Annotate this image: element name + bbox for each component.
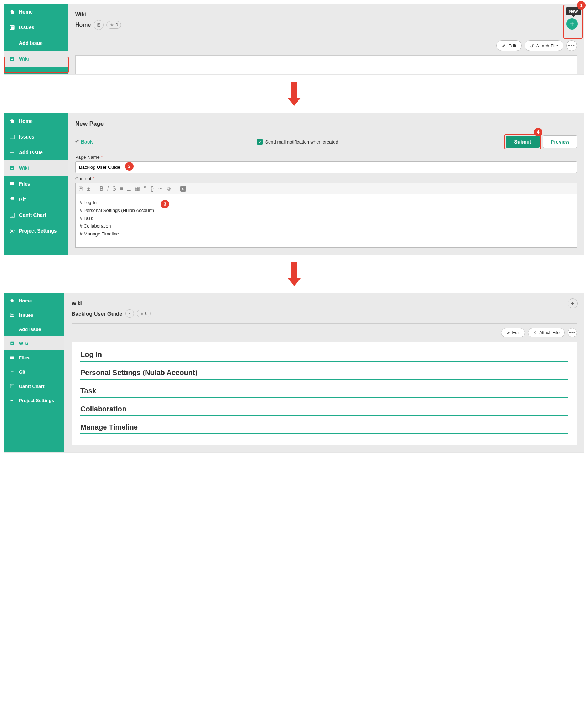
toolbar-table-icon[interactable]: ▦ xyxy=(135,185,140,192)
home-icon xyxy=(9,118,15,124)
undo-icon: ↶ xyxy=(75,139,79,145)
star-button[interactable]: 0 xyxy=(137,310,151,317)
wiki-heading-2: Personal Settings (Nulab Account) xyxy=(80,369,568,380)
new-page-title: New Page xyxy=(75,120,577,128)
preview-button[interactable]: Preview xyxy=(543,135,577,148)
more-button[interactable]: ••• xyxy=(566,40,577,51)
toolbar-app-icon[interactable]: c xyxy=(180,186,186,192)
highlight-new xyxy=(563,5,583,39)
arrow-down-1 xyxy=(4,82,584,106)
copy-icon[interactable] xyxy=(125,309,134,318)
highlight-wiki-nav xyxy=(4,57,69,73)
sidebar-item-issues[interactable]: Issues xyxy=(4,20,68,35)
check-icon: ✓ xyxy=(257,139,263,145)
toolbar-italic-icon[interactable]: I xyxy=(107,186,109,192)
panel-new-page: Home Issues Add Issue WWiki Files GITGit… xyxy=(4,113,584,255)
sidebar-item-home[interactable]: Home xyxy=(4,293,64,308)
sidebar-item-issues[interactable]: Issues xyxy=(4,308,64,322)
page-title: Backlog User Guide xyxy=(72,311,123,317)
marker-2: 2 xyxy=(125,162,134,171)
edit-button[interactable]: Edit xyxy=(501,328,525,337)
highlight-submit xyxy=(504,134,541,149)
sidebar-item-wiki[interactable]: WWiki xyxy=(4,160,68,176)
plus-icon xyxy=(9,149,15,156)
divider xyxy=(75,36,577,36)
sidebar-item-add-issue[interactable]: Add Issue xyxy=(4,35,68,51)
toolbar-insert-icon[interactable]: ⊞ xyxy=(86,185,91,192)
toolbar-quote-icon[interactable]: ❞ xyxy=(144,185,147,192)
toolbar-emoji-icon[interactable]: ☺ xyxy=(166,186,172,192)
sidebar-item-add-issue[interactable]: Add Issue xyxy=(4,145,68,160)
files-icon xyxy=(9,181,15,187)
plus-icon xyxy=(9,326,15,332)
toolbar-strike-icon[interactable]: S xyxy=(112,186,116,192)
toolbar-link-icon[interactable]: ⎘ xyxy=(79,186,83,192)
new-wiki-button[interactable]: + xyxy=(568,298,578,308)
toolbar-code-icon[interactable]: {} xyxy=(150,186,154,192)
sidebar-item-git[interactable]: Git xyxy=(4,365,64,379)
sidebar-item-git[interactable]: GITGit xyxy=(4,192,68,207)
section-label: Wiki xyxy=(72,301,577,306)
toolbar-bold-icon[interactable]: B xyxy=(99,186,104,192)
sidebar-item-home[interactable]: Home xyxy=(4,4,68,20)
plus-icon xyxy=(9,40,15,46)
gear-icon xyxy=(9,397,15,404)
section-label: Wiki xyxy=(75,11,577,17)
sidebar: Home Issues Add Issue WWiki Files GITGit… xyxy=(4,113,68,255)
toolbar-attach-icon[interactable]: ⚭ xyxy=(158,185,162,192)
svg-text:W: W xyxy=(11,167,14,170)
content-label: Content * xyxy=(75,176,577,181)
more-button[interactable]: ••• xyxy=(568,328,577,337)
list-icon xyxy=(9,134,15,140)
panel-wiki-home: Home Issues Add Issue W Wiki Wiki Home 0… xyxy=(4,4,584,75)
git-icon: GIT xyxy=(9,196,15,203)
sidebar-item-home[interactable]: Home xyxy=(4,113,68,129)
sidebar-item-label: Issues xyxy=(19,25,35,30)
marker-4: 4 xyxy=(534,128,542,136)
content-area xyxy=(75,55,577,74)
toolbar-ol-icon[interactable]: ≣ xyxy=(126,185,131,192)
star-count: 0 xyxy=(115,22,118,27)
wiki-heading-5: Manage Timeline xyxy=(80,423,568,434)
gear-icon xyxy=(9,228,15,234)
sidebar-item-settings[interactable]: Project Settings xyxy=(4,393,64,407)
list-icon xyxy=(9,24,15,31)
sidebar-item-issues[interactable]: Issues xyxy=(4,129,68,145)
edit-button[interactable]: Edit xyxy=(496,40,521,51)
home-icon xyxy=(9,9,15,15)
wiki-heading-4: Collaboration xyxy=(80,405,568,416)
page-name-input[interactable] xyxy=(75,161,577,173)
content-textarea[interactable]: # Log In # Personal Settings (Nulab Acco… xyxy=(75,194,577,248)
wiki-heading-1: Log In xyxy=(80,350,568,362)
svg-point-22 xyxy=(11,230,13,232)
sidebar-item-label: Add Issue xyxy=(19,40,43,46)
svg-text:W: W xyxy=(11,342,13,344)
sidebar-item-files[interactable]: Files xyxy=(4,350,64,365)
sidebar-item-wiki[interactable]: WWiki xyxy=(4,336,64,350)
attach-file-button[interactable]: Attach File xyxy=(525,40,563,51)
sidebar-item-settings[interactable]: Project Settings xyxy=(4,223,68,239)
svg-rect-15 xyxy=(10,182,14,185)
sidebar-item-add-issue[interactable]: Add Issue xyxy=(4,322,64,336)
arrow-down-2 xyxy=(4,262,584,286)
page-name-label: Page Name * xyxy=(75,155,577,160)
back-link[interactable]: ↶Back xyxy=(75,139,93,145)
sidebar-item-gantt[interactable]: Gantt Chart xyxy=(4,207,68,223)
toolbar-ul-icon[interactable]: ≡ xyxy=(120,186,123,192)
git-icon xyxy=(9,369,15,375)
copy-icon[interactable] xyxy=(94,20,104,30)
divider xyxy=(72,323,577,324)
sidebar-item-gantt[interactable]: Gantt Chart xyxy=(4,379,64,393)
main-content: Wiki Backlog User Guide 0 Edit Attach Fi… xyxy=(64,293,584,452)
attach-file-button[interactable]: Attach File xyxy=(528,328,565,337)
marker-3: 3 xyxy=(161,200,169,208)
wiki-heading-3: Task xyxy=(80,387,568,398)
notify-checkbox[interactable]: ✓Send mail notification when created xyxy=(257,139,338,145)
marker-1: 1 xyxy=(577,1,586,10)
star-button[interactable]: 0 xyxy=(106,21,121,29)
svg-rect-28 xyxy=(10,357,14,359)
sidebar-item-files[interactable]: Files xyxy=(4,176,68,192)
sidebar-item-label: Home xyxy=(19,9,33,15)
page-title: Home xyxy=(75,22,91,28)
gantt-icon xyxy=(9,383,15,389)
